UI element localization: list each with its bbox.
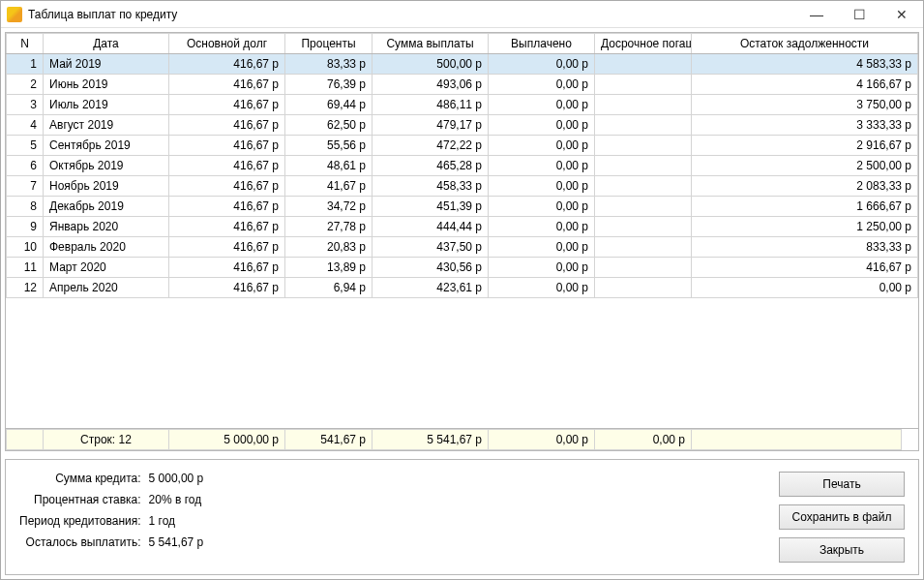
summary-remaining-value: 5 541,67 р	[149, 535, 204, 549]
summary-remaining-label: Осталось выплатить:	[19, 535, 141, 549]
summary-panel: Сумма кредита: 5 000,00 р Процентная ста…	[5, 459, 919, 575]
cell-n: 1	[7, 54, 44, 75]
cell-date: Август 2019	[44, 115, 169, 136]
col-header-n[interactable]: N	[7, 34, 44, 54]
cell-interest: 55,56 р	[285, 136, 373, 156]
table-row[interactable]: 5Сентябрь 2019416,67 р55,56 р472,22 р0,0…	[7, 136, 918, 156]
cell-n: 9	[7, 217, 44, 237]
minimize-button[interactable]: —	[795, 1, 838, 27]
table-footer-row: Строк: 12 5 000,00 р 541,67 р 5 541,67 р…	[7, 430, 902, 450]
table-footer: Строк: 12 5 000,00 р 541,67 р 5 541,67 р…	[6, 428, 918, 450]
cell-principal: 416,67 р	[169, 75, 285, 95]
table-header-row: N Дата Основной долг Проценты Сумма выпл…	[7, 34, 918, 54]
col-header-interest[interactable]: Проценты	[285, 34, 373, 54]
cell-early	[595, 136, 692, 156]
payment-table-container: N Дата Основной долг Проценты Сумма выпл…	[5, 32, 919, 451]
footer-principal-total: 5 000,00 р	[169, 430, 285, 450]
cell-early	[595, 75, 692, 95]
footer-rows-count: Строк: 12	[44, 430, 169, 450]
close-window-button[interactable]: ✕	[880, 1, 923, 27]
footer-blank	[7, 430, 44, 450]
cell-payment: 458,33 р	[373, 176, 489, 197]
cell-date: Май 2019	[44, 54, 169, 75]
table-row[interactable]: 9Январь 2020416,67 р27,78 р444,44 р0,00 …	[7, 217, 918, 237]
cell-balance: 3 333,33 р	[692, 115, 918, 136]
cell-payment: 437,50 р	[373, 237, 489, 258]
cell-payment: 500,00 р	[373, 54, 489, 75]
summary-amount-value: 5 000,00 р	[149, 472, 204, 485]
cell-date: Июль 2019	[44, 95, 169, 115]
table-row[interactable]: 7Ноябрь 2019416,67 р41,67 р458,33 р0,00 …	[7, 176, 918, 197]
save-to-file-button[interactable]: Сохранить в файл	[779, 504, 905, 530]
table-row[interactable]: 12Апрель 2020416,67 р6,94 р423,61 р0,00 …	[7, 278, 918, 298]
footer-early-total: 0,00 р	[595, 430, 692, 450]
cell-n: 8	[7, 197, 44, 217]
cell-interest: 34,72 р	[285, 197, 373, 217]
app-icon	[7, 7, 22, 22]
action-buttons: Печать Сохранить в файл Закрыть	[779, 472, 905, 563]
cell-interest: 13,89 р	[285, 258, 373, 278]
cell-balance: 1 250,00 р	[692, 217, 918, 237]
cell-balance: 4 583,33 р	[692, 54, 918, 75]
cell-balance: 2 083,33 р	[692, 176, 918, 197]
cell-early	[595, 258, 692, 278]
cell-balance: 4 166,67 р	[692, 75, 918, 95]
cell-principal: 416,67 р	[169, 197, 285, 217]
maximize-button[interactable]: ☐	[838, 1, 880, 27]
footer-interest-total: 541,67 р	[285, 430, 373, 450]
cell-payment: 451,39 р	[373, 197, 489, 217]
print-button[interactable]: Печать	[779, 472, 905, 497]
cell-n: 6	[7, 156, 44, 176]
cell-payment: 465,28 р	[373, 156, 489, 176]
table-row[interactable]: 1Май 2019416,67 р83,33 р500,00 р0,00 р4 …	[7, 54, 918, 75]
table-row[interactable]: 11Март 2020416,67 р13,89 р430,56 р0,00 р…	[7, 258, 918, 278]
cell-payment: 444,44 р	[373, 217, 489, 237]
cell-date: Сентябрь 2019	[44, 136, 169, 156]
cell-early	[595, 197, 692, 217]
cell-date: Октябрь 2019	[44, 156, 169, 176]
cell-payment: 486,11 р	[373, 95, 489, 115]
table-row[interactable]: 6Октябрь 2019416,67 р48,61 р465,28 р0,00…	[7, 156, 918, 176]
cell-paid: 0,00 р	[489, 54, 595, 75]
cell-early	[595, 278, 692, 298]
table-row[interactable]: 10Февраль 2020416,67 р20,83 р437,50 р0,0…	[7, 237, 918, 258]
payment-table: N Дата Основной долг Проценты Сумма выпл…	[6, 33, 918, 298]
cell-date: Февраль 2020	[44, 237, 169, 258]
cell-paid: 0,00 р	[489, 136, 595, 156]
summary-rate-value: 20% в год	[149, 493, 204, 506]
col-header-early[interactable]: Досрочное погашение	[595, 34, 692, 54]
summary-amount-label: Сумма кредита:	[19, 472, 141, 485]
cell-early	[595, 156, 692, 176]
cell-paid: 0,00 р	[489, 156, 595, 176]
cell-balance: 2 500,00 р	[692, 156, 918, 176]
cell-balance: 2 916,67 р	[692, 136, 918, 156]
table-row[interactable]: 3Июль 2019416,67 р69,44 р486,11 р0,00 р3…	[7, 95, 918, 115]
cell-principal: 416,67 р	[169, 156, 285, 176]
cell-interest: 6,94 р	[285, 278, 373, 298]
table-row[interactable]: 2Июнь 2019416,67 р76,39 р493,06 р0,00 р4…	[7, 75, 918, 95]
col-header-paid[interactable]: Выплачено	[489, 34, 595, 54]
cell-early	[595, 54, 692, 75]
cell-principal: 416,67 р	[169, 217, 285, 237]
close-button[interactable]: Закрыть	[779, 537, 905, 563]
table-scroll[interactable]: N Дата Основной долг Проценты Сумма выпл…	[6, 33, 918, 428]
cell-paid: 0,00 р	[489, 176, 595, 197]
cell-principal: 416,67 р	[169, 237, 285, 258]
cell-payment: 423,61 р	[373, 278, 489, 298]
cell-paid: 0,00 р	[489, 258, 595, 278]
cell-balance: 3 750,00 р	[692, 95, 918, 115]
cell-paid: 0,00 р	[489, 217, 595, 237]
cell-balance: 833,33 р	[692, 237, 918, 258]
col-header-balance[interactable]: Остаток задолженности	[692, 34, 918, 54]
table-row[interactable]: 8Декабрь 2019416,67 р34,72 р451,39 р0,00…	[7, 197, 918, 217]
cell-early	[595, 95, 692, 115]
cell-paid: 0,00 р	[489, 115, 595, 136]
cell-n: 5	[7, 136, 44, 156]
summary-rate-label: Процентная ставка:	[19, 493, 141, 506]
col-header-principal[interactable]: Основной долг	[169, 34, 285, 54]
cell-principal: 416,67 р	[169, 278, 285, 298]
cell-early	[595, 237, 692, 258]
col-header-payment[interactable]: Сумма выплаты	[373, 34, 489, 54]
table-row[interactable]: 4Август 2019416,67 р62,50 р479,17 р0,00 …	[7, 115, 918, 136]
col-header-date[interactable]: Дата	[44, 34, 169, 54]
